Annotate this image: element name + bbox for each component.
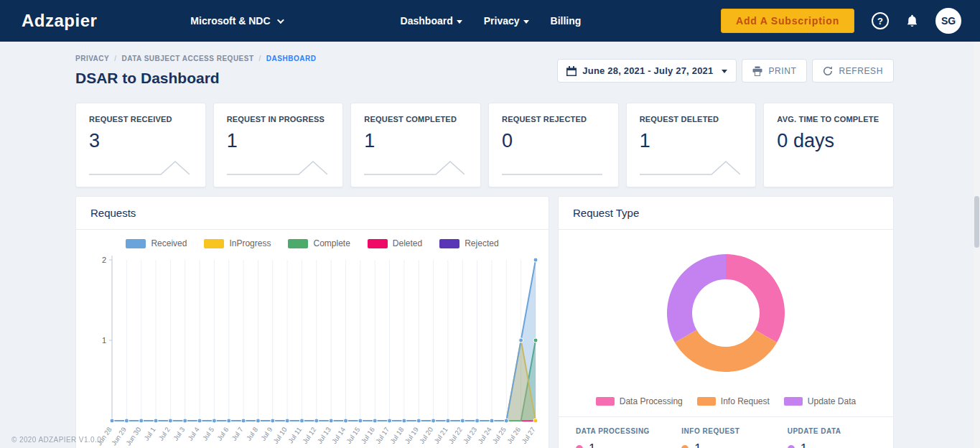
requests-line-chart: 12Jun 28Jun 29Jun 30Jul 1Jul 2Jul 3Jul 4… xyxy=(79,250,546,448)
svg-text:Jul 19: Jul 19 xyxy=(403,426,420,445)
date-range-picker[interactable]: June 28, 2021 - July 27, 2021 xyxy=(557,59,737,83)
legend-label: Deleted xyxy=(393,238,422,248)
svg-text:Jul 16: Jul 16 xyxy=(359,426,376,445)
nav-item-label: Billing xyxy=(551,15,582,27)
add-subscription-button[interactable]: Add A Subscription xyxy=(721,9,854,33)
stat-card-completed: REQUEST COMPLETED 1 xyxy=(350,103,481,187)
request-type-panel-title: Request Type xyxy=(559,197,893,230)
purple-dot-icon xyxy=(788,445,795,448)
nav-item-label: Privacy xyxy=(484,15,520,27)
legend-item[interactable]: InProgress xyxy=(204,238,271,248)
orange-dot-icon xyxy=(681,445,689,448)
donut-chart-area xyxy=(559,230,893,385)
svg-text:Jul 3: Jul 3 xyxy=(172,426,187,442)
page-title: DSAR to Dashboard xyxy=(75,70,316,87)
svg-text:Jul 27: Jul 27 xyxy=(520,426,537,445)
donut-legend: Data ProcessingInfo RequestUpdate Data xyxy=(559,385,893,416)
requests-panel-title: Requests xyxy=(76,197,549,230)
org-selector[interactable]: Microsoft & NDC xyxy=(190,15,281,27)
svg-text:Jun 30: Jun 30 xyxy=(124,426,142,447)
legend-swatch xyxy=(596,397,615,406)
sparkline xyxy=(640,158,740,177)
svg-text:Jul 11: Jul 11 xyxy=(286,426,303,445)
refresh-button[interactable]: REFRESH xyxy=(812,59,894,83)
legend-item[interactable]: Complete xyxy=(288,238,350,248)
stat-card-label: REQUEST REJECTED xyxy=(502,115,605,123)
svg-text:Jul 22: Jul 22 xyxy=(447,426,464,445)
stat-card-avg-time: AVG. TIME TO COMPLETE 0 days xyxy=(763,103,894,187)
print-button[interactable]: PRINT xyxy=(742,59,807,83)
notifications-bell-icon[interactable] xyxy=(905,14,920,29)
org-selector-label: Microsoft & NDC xyxy=(190,15,270,27)
charts-row: Requests ReceivedInProgressCompleteDelet… xyxy=(75,196,894,448)
request-type-stats: DATA PROCESSING 1 INFO REQUEST 1 UPDATE … xyxy=(559,417,893,448)
requests-panel: Requests ReceivedInProgressCompleteDelet… xyxy=(75,196,549,448)
sparkline xyxy=(227,158,327,177)
main-nav: Dashboard Privacy Billing xyxy=(401,15,582,27)
svg-text:Jul 18: Jul 18 xyxy=(388,426,406,445)
legend-item[interactable]: Rejected xyxy=(439,238,498,248)
svg-text:Jul 14: Jul 14 xyxy=(330,426,347,445)
caret-down-icon xyxy=(722,70,727,73)
stat-cards-row: REQUEST RECEIVED 3 REQUEST IN PROGRESS 1… xyxy=(75,103,894,187)
legend-item[interactable]: Info Request xyxy=(697,396,770,406)
type-stat-label: INFO REQUEST xyxy=(681,427,787,435)
stat-card-received: REQUEST RECEIVED 3 xyxy=(75,103,206,187)
calendar-icon xyxy=(566,66,577,76)
svg-text:Jul 12: Jul 12 xyxy=(301,426,318,445)
request-type-panel: Request Type Data ProcessingInfo Request… xyxy=(558,196,894,448)
title-block: PRIVACY / DATA SUBJECT ACCESS REQUEST / … xyxy=(75,55,316,87)
top-navbar: Adzapier Microsoft & NDC Dashboard Priva… xyxy=(0,0,980,42)
svg-text:Jul 2: Jul 2 xyxy=(157,426,172,442)
app-logo[interactable]: Adzapier xyxy=(22,11,97,31)
svg-text:Jul 20: Jul 20 xyxy=(418,426,435,445)
sparkline xyxy=(89,158,190,177)
type-stat-label: DATA PROCESSING xyxy=(576,427,681,435)
legend-swatch xyxy=(288,239,308,248)
legend-item[interactable]: Received xyxy=(126,238,187,248)
refresh-icon xyxy=(823,66,833,76)
help-icon[interactable]: ? xyxy=(872,12,889,29)
sparkline xyxy=(502,158,602,177)
stat-card-deleted: REQUEST DELETED 1 xyxy=(626,103,757,187)
legend-item[interactable]: Update Data xyxy=(784,396,856,406)
svg-text:Jul 7: Jul 7 xyxy=(230,426,245,442)
svg-text:Jul 10: Jul 10 xyxy=(271,426,289,445)
nav-item-billing[interactable]: Billing xyxy=(551,15,582,27)
stat-card-in-progress: REQUEST IN PROGRESS 1 xyxy=(213,103,344,187)
user-avatar[interactable]: SG xyxy=(935,8,961,34)
page-scrollbar[interactable] xyxy=(974,42,980,448)
svg-text:Jul 5: Jul 5 xyxy=(201,426,216,442)
legend-item[interactable]: Deleted xyxy=(368,238,422,248)
breadcrumb-dsar[interactable]: DATA SUBJECT ACCESS REQUEST xyxy=(122,55,254,62)
svg-text:Jul 23: Jul 23 xyxy=(462,426,479,445)
stat-card-value: 1 xyxy=(364,130,467,152)
legend-label: Data Processing xyxy=(620,396,683,406)
page-topbar: PRIVACY / DATA SUBJECT ACCESS REQUEST / … xyxy=(75,55,894,87)
nav-item-privacy[interactable]: Privacy xyxy=(484,15,529,27)
sparkline xyxy=(364,158,465,177)
page-toolbar: June 28, 2021 - July 27, 2021 PRINT REFR… xyxy=(557,59,894,83)
type-stat-value: 1 xyxy=(801,442,807,448)
legend-label: Update Data xyxy=(808,396,856,406)
svg-text:Jul 6: Jul 6 xyxy=(215,426,230,442)
stat-card-value: 0 xyxy=(502,130,605,152)
svg-text:Jul 17: Jul 17 xyxy=(374,426,391,445)
svg-text:1: 1 xyxy=(102,336,106,345)
nav-item-dashboard[interactable]: Dashboard xyxy=(401,15,462,27)
breadcrumb-separator: / xyxy=(259,55,261,62)
scrollbar-thumb[interactable] xyxy=(974,196,979,248)
legend-swatch xyxy=(368,239,388,248)
svg-text:Jul 21: Jul 21 xyxy=(432,426,449,445)
breadcrumb-dashboard[interactable]: DASHBOARD xyxy=(266,55,317,62)
stat-card-value: 1 xyxy=(640,130,743,152)
stat-card-label: REQUEST DELETED xyxy=(640,115,743,123)
svg-text:Jul 4: Jul 4 xyxy=(186,426,201,442)
print-label: PRINT xyxy=(768,66,796,76)
legend-item[interactable]: Data Processing xyxy=(596,396,683,406)
breadcrumb-privacy[interactable]: PRIVACY xyxy=(75,55,109,62)
requests-chart-legend: ReceivedInProgressCompleteDeletedRejecte… xyxy=(76,230,549,250)
stat-card-label: REQUEST RECEIVED xyxy=(89,115,192,123)
stat-card-label: REQUEST COMPLETED xyxy=(364,115,467,123)
svg-text:2: 2 xyxy=(102,256,106,264)
